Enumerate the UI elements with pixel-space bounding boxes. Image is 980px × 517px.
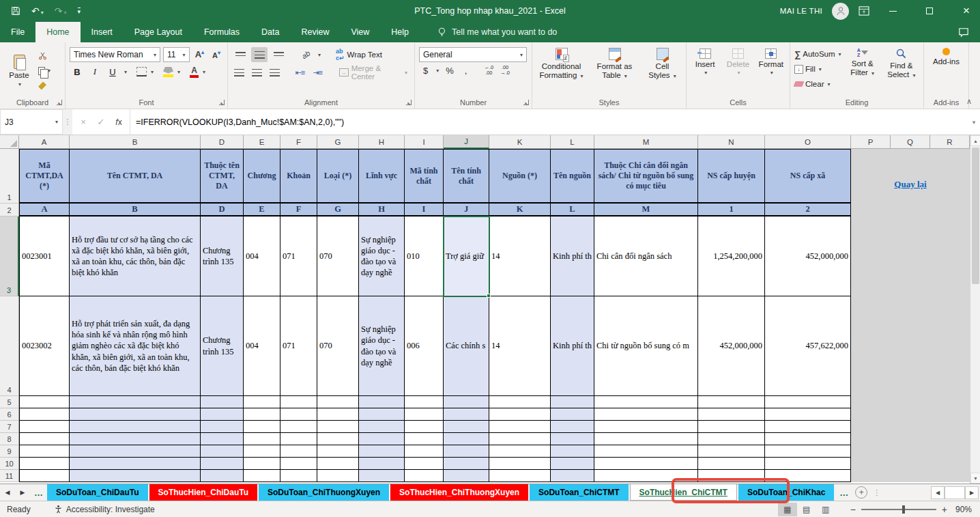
sheet-nav-left-icon[interactable]: ◀ (0, 484, 15, 501)
cell-E3[interactable]: 004 (244, 216, 280, 296)
undo-icon[interactable]: ↶▾ (31, 6, 44, 16)
sheet-tab-SoDuToan_ChiKhac[interactable]: SoDuToan_ChiKhac (738, 484, 834, 501)
cut-button[interactable] (38, 50, 51, 61)
column-header-Q[interactable]: Q (891, 135, 930, 149)
column-header-J[interactable]: J (444, 135, 489, 149)
cell-D11[interactable] (201, 470, 244, 482)
cell-F9[interactable] (280, 445, 317, 458)
page-layout-view-icon[interactable]: ▤ (797, 503, 816, 516)
cell-D4[interactable]: Chương trình 135 (201, 296, 244, 396)
row-header-1[interactable]: 1 (0, 149, 19, 204)
cell-A5[interactable] (19, 396, 70, 408)
cell-O8[interactable] (765, 433, 851, 445)
paste-button[interactable]: Paste▾ (4, 46, 34, 96)
cell-A6[interactable] (19, 408, 70, 421)
delete-cells-button[interactable]: Delete▾ (723, 46, 752, 96)
accounting-format-icon[interactable]: $ (419, 66, 432, 76)
zoom-level[interactable]: 90% (954, 505, 980, 514)
cell-K1[interactable]: Nguồn (*) (489, 149, 551, 204)
minimize-button[interactable] (879, 0, 906, 22)
cell-B7[interactable] (70, 421, 201, 433)
cell-A9[interactable] (19, 445, 70, 458)
cell-M6[interactable] (594, 408, 698, 421)
align-left-icon[interactable] (232, 65, 247, 80)
cell-E6[interactable] (244, 408, 280, 421)
increase-decimal-icon[interactable]: ←.0.00 (482, 65, 495, 76)
cell-N4[interactable]: 452,000,000 (698, 296, 765, 396)
column-header-I[interactable]: I (405, 135, 444, 149)
cell-J6[interactable] (444, 408, 489, 421)
tell-me-search[interactable]: Tell me what you want to do (437, 22, 557, 42)
cell-I7[interactable] (405, 421, 444, 433)
format-painter-button[interactable] (38, 80, 51, 92)
normal-view-icon[interactable]: ▦ (778, 503, 797, 516)
merge-center-button[interactable]: ↔Merge & Center▾ (336, 65, 410, 80)
cell-B10[interactable] (70, 458, 201, 470)
close-button[interactable]: × (953, 0, 980, 22)
column-header-H[interactable]: H (359, 135, 405, 149)
sheet-tab-SoDuToan_ChiCTMT[interactable]: SoDuToan_ChiCTMT (530, 484, 628, 501)
format-cells-button[interactable]: Format▾ (757, 46, 786, 96)
tabbar-splitter[interactable]: ⋮ (870, 484, 883, 501)
ribbon-tab-review[interactable]: Review (290, 22, 340, 42)
cell-B1[interactable]: Tên CTMT, DA (70, 149, 201, 204)
cell-G6[interactable] (317, 408, 359, 421)
column-header-D[interactable]: D (201, 135, 244, 149)
cell-D9[interactable] (201, 445, 244, 458)
cell-A10[interactable] (19, 458, 70, 470)
cell-D10[interactable] (201, 458, 244, 470)
cell-N2[interactable]: 1 (698, 204, 765, 216)
cell-I6[interactable] (405, 408, 444, 421)
sort-filter-button[interactable]: AZ Sort &Filter ▾ (846, 46, 880, 96)
row-header-2[interactable]: 2 (0, 204, 19, 216)
cell-K11[interactable] (489, 470, 551, 482)
sheet-tab-SoDuToan_ChiDauTu[interactable]: SoDuToan_ChiDauTu (47, 484, 148, 501)
cell-L3[interactable]: Kinh phí th (551, 216, 594, 296)
cell-G2[interactable]: G (317, 204, 359, 216)
cell-B3[interactable]: Hỗ trợ đầu tư cơ sở hạ tầng cho các xã đ… (70, 216, 201, 296)
conditional-formatting-button[interactable]: ConditionalFormatting ▾ (537, 46, 586, 96)
save-icon[interactable] (11, 6, 20, 16)
cell-B4[interactable]: Hỗ trợ phát triển sản xuất, đa dạng hóa … (70, 296, 201, 396)
cell-O9[interactable] (765, 445, 851, 458)
cell-K4[interactable]: 14 (489, 296, 551, 396)
cell-N7[interactable] (698, 421, 765, 433)
cell-B9[interactable] (70, 445, 201, 458)
formula-input[interactable]: =IFERROR(VLOOKUP(I3,Danh_Muc!$AM:$AN,2,0… (130, 109, 968, 135)
ribbon-tab-insert[interactable]: Insert (81, 22, 124, 42)
increase-font-icon[interactable]: A▴ (192, 49, 207, 59)
sheet-tab-SoThucHien_ChiCTMT[interactable]: SoThucHien_ChiCTMT (630, 484, 737, 501)
cell-G4[interactable]: 070 (317, 296, 359, 396)
autosum-button[interactable]: ∑AutoSum▾ (794, 47, 841, 61)
clear-button[interactable]: Clear▾ (794, 77, 841, 91)
font-size-combo[interactable]: 11▾ (163, 47, 190, 62)
insert-cells-button[interactable]: Insert▾ (691, 46, 719, 96)
cell-H9[interactable] (359, 445, 405, 458)
hscroll-right-icon[interactable]: ▶ (965, 486, 979, 499)
column-header-F[interactable]: F (280, 135, 317, 149)
quay-lai-link[interactable]: Quay lại (894, 179, 926, 189)
ribbon-tab-file[interactable]: File (0, 22, 35, 42)
cell-M2[interactable]: M (594, 204, 698, 216)
sheet-tab-SoThucHien_ChiThuongXuyen[interactable]: SoThucHien_ChiThuongXuyen (390, 484, 528, 501)
cell-F2[interactable]: F (280, 204, 317, 216)
italic-button[interactable]: I (87, 65, 102, 79)
column-header-P[interactable]: P (851, 135, 891, 149)
underline-button[interactable]: U (105, 65, 120, 79)
ribbon-display-options-icon[interactable] (859, 6, 869, 16)
cell-G10[interactable] (317, 458, 359, 470)
ribbon-tab-view[interactable]: View (340, 22, 380, 42)
cell-O4[interactable]: 457,622,000 (765, 296, 851, 396)
bottom-align-icon[interactable] (270, 47, 287, 62)
percent-style-icon[interactable]: % (442, 66, 458, 76)
column-header-G[interactable]: G (317, 135, 359, 149)
cell-A11[interactable] (19, 470, 70, 482)
cell-I10[interactable] (405, 458, 444, 470)
scroll-down-icon[interactable]: ▼ (970, 473, 980, 484)
cell-J3[interactable]: Trợ giá giữ (444, 216, 489, 296)
align-right-icon[interactable] (268, 65, 283, 80)
cell-I4[interactable]: 006 (405, 296, 444, 396)
redo-icon[interactable]: ↷▾ (55, 6, 67, 16)
sheet-tab-SoDuToan_ChiThuongXuyen[interactable]: SoDuToan_ChiThuongXuyen (259, 484, 389, 501)
cell-K8[interactable] (489, 433, 551, 445)
